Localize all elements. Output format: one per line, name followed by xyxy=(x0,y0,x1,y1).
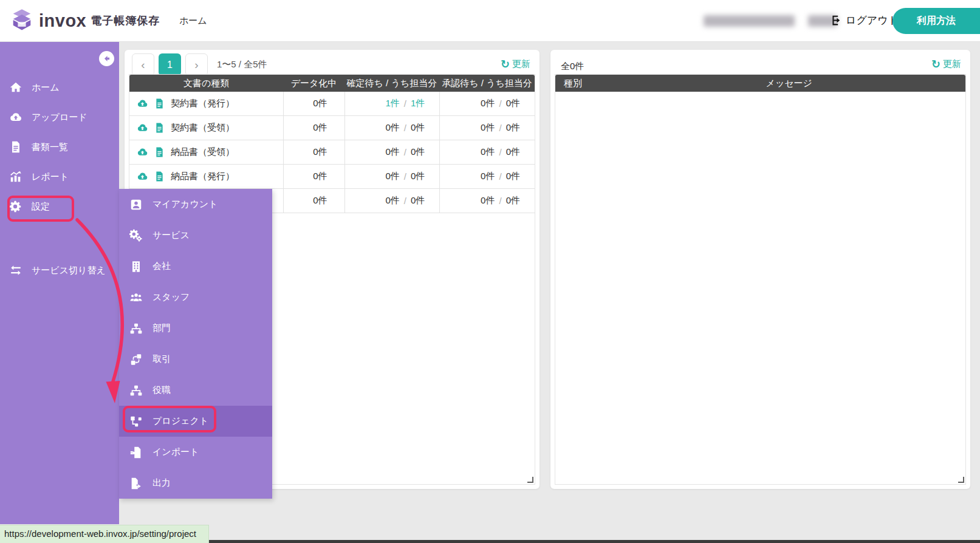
refresh-documents-button[interactable]: ↻ 更新 xyxy=(501,58,530,70)
logout-button[interactable]: ログアウト xyxy=(830,13,899,27)
document-icon[interactable] xyxy=(154,122,165,134)
submenu-item-my-account[interactable]: マイアカウント xyxy=(119,189,272,220)
redacted-company-name xyxy=(704,15,795,27)
project-diagram-icon xyxy=(129,415,143,428)
doc-type-label: 契約書（発行） xyxy=(171,98,235,109)
sidebar: ホーム アップロード 書類一覧 レポート xyxy=(0,41,119,524)
account-icon xyxy=(129,198,143,211)
logo-text: invox xyxy=(39,11,86,31)
confirm-count-link[interactable]: 1件 xyxy=(385,98,399,109)
transaction-icon xyxy=(129,353,143,366)
submenu-item-company[interactable]: 会社 xyxy=(119,251,272,282)
pagination-range-label: 1〜5 / 全5件 xyxy=(217,59,267,70)
document-list-icon xyxy=(9,140,22,154)
submenu-item-project[interactable]: プロジェクト xyxy=(119,406,272,437)
invox-logo[interactable]: invox 電子帳簿保存 xyxy=(9,7,160,34)
confirm-wait-counts: 1件 / 1件 xyxy=(344,92,440,115)
collapse-sidebar-button[interactable] xyxy=(99,51,114,66)
browser-status-bar: https://development-web.invox.jp/setting… xyxy=(0,525,209,543)
approve-count: 0件 xyxy=(481,98,495,109)
document-row: 契約書（発行） 0件 1件 / 1件 0件 / 0件 xyxy=(129,92,535,116)
doc-type-label: 納品書（受領） xyxy=(171,146,235,158)
submenu-item-service[interactable]: サービス xyxy=(119,220,272,251)
submenu-item-label: 出力 xyxy=(152,477,171,489)
usage-button[interactable]: 利用方法 xyxy=(893,8,980,34)
submenu-item-department[interactable]: 部門 xyxy=(119,313,272,344)
submenu-item-transaction[interactable]: 取引 xyxy=(119,344,272,375)
cloud-upload-icon xyxy=(9,111,22,124)
submenu-item-label: スタッフ xyxy=(152,292,190,303)
sidebar-item-home[interactable]: ホーム xyxy=(0,73,119,102)
sidebar-item-label: アップロード xyxy=(32,112,87,123)
cloud-upload-icon[interactable] xyxy=(137,146,148,158)
nav-home-link[interactable]: ホーム xyxy=(179,15,207,27)
documents-table-header: 文書の種類 データ化中 確定待ち / うち担当分 承認待ち / うち担当分 xyxy=(129,75,535,92)
pagination-prev-button[interactable]: ‹ xyxy=(132,53,154,76)
gears-icon xyxy=(129,229,143,242)
sidebar-item-documents[interactable]: 書類一覧 xyxy=(0,132,119,162)
submenu-item-import[interactable]: インポート xyxy=(119,437,272,468)
submenu-item-label: 取引 xyxy=(152,353,171,365)
document-icon[interactable] xyxy=(154,171,165,182)
submenu-item-staff[interactable]: スタッフ xyxy=(119,282,272,313)
resize-handle[interactable] xyxy=(527,477,533,483)
cloud-upload-icon[interactable] xyxy=(137,122,148,134)
approve-wait-counts: 0件/0件 xyxy=(439,165,535,188)
home-icon xyxy=(9,81,22,94)
sidebar-item-switch-service[interactable]: サービス切り替え xyxy=(0,256,119,285)
refresh-label: 更新 xyxy=(943,58,961,70)
messages-total-label: 全0件 xyxy=(561,61,584,72)
sidebar-item-label: 設定 xyxy=(32,201,50,213)
top-header: invox 電子帳簿保存 ホーム ログアウト 利用方法 xyxy=(0,0,980,42)
messages-panel: 全0件 ↻ 更新 種別 メッセージ xyxy=(550,50,970,489)
approve-wait-counts: 0件/0件 xyxy=(439,116,535,140)
refresh-icon: ↻ xyxy=(501,59,510,70)
pagination-next-button[interactable]: › xyxy=(185,53,208,76)
submenu-item-label: 会社 xyxy=(152,261,171,272)
column-header-approve-wait: 承認待ち / うち担当分 xyxy=(439,75,535,92)
messages-table-frame: 種別 メッセージ xyxy=(555,74,966,485)
invox-logo-icon xyxy=(9,7,35,34)
sidebar-item-label: 書類一覧 xyxy=(32,142,68,153)
approve-mine-count: 0件 xyxy=(506,98,520,109)
sidebar-item-settings[interactable]: 設定 xyxy=(0,192,119,221)
sidebar-item-label: レポート xyxy=(32,171,69,183)
sidebar-item-label: ホーム xyxy=(32,82,60,94)
report-chart-icon xyxy=(9,170,22,183)
file-export-icon xyxy=(129,477,143,490)
submenu-item-label: インポート xyxy=(152,446,199,458)
gear-icon xyxy=(9,200,22,213)
column-header-doc-type: 文書の種類 xyxy=(129,75,283,92)
submenu-item-label: 部門 xyxy=(152,323,171,334)
messages-table-header: 種別 メッセージ xyxy=(555,75,965,92)
sidebar-item-report[interactable]: レポート xyxy=(0,162,119,191)
refresh-label: 更新 xyxy=(512,58,530,70)
submenu-item-label: マイアカウント xyxy=(152,199,218,210)
logo-subtext: 電子帳簿保存 xyxy=(91,13,160,28)
file-import-icon xyxy=(129,446,143,459)
document-row: 納品書（発行） 0件 0件/0件 0件/0件 xyxy=(129,165,535,189)
submenu-item-label: プロジェクト xyxy=(152,415,208,427)
column-header-kind: 種別 xyxy=(555,75,613,92)
approve-wait-counts: 0件/0件 xyxy=(439,140,535,164)
staff-users-icon xyxy=(129,291,143,304)
cloud-upload-icon[interactable] xyxy=(137,98,148,109)
cloud-upload-icon[interactable] xyxy=(137,171,148,182)
submenu-item-label: 役職 xyxy=(152,384,171,396)
pagination-page-1-button[interactable]: 1 xyxy=(159,53,181,76)
document-row: 納品書（受領） 0件 0件/0件 0件/0件 xyxy=(129,140,535,165)
document-icon[interactable] xyxy=(154,146,165,158)
sidebar-item-upload[interactable]: アップロード xyxy=(0,103,119,132)
resize-handle[interactable] xyxy=(958,477,964,483)
refresh-messages-button[interactable]: ↻ 更新 xyxy=(931,58,961,70)
digitizing-count: 0件 xyxy=(283,116,344,140)
digitizing-count: 0件 xyxy=(283,92,344,115)
confirm-mine-count-link[interactable]: 1件 xyxy=(411,98,425,109)
switch-service-icon xyxy=(9,264,22,277)
arrow-left-icon xyxy=(101,53,112,64)
submenu-item-export[interactable]: 出力 xyxy=(119,468,272,499)
sitemap-icon xyxy=(129,322,143,335)
submenu-item-role[interactable]: 役職 xyxy=(119,375,272,406)
document-icon[interactable] xyxy=(154,98,165,109)
sitemap-icon xyxy=(129,384,143,397)
